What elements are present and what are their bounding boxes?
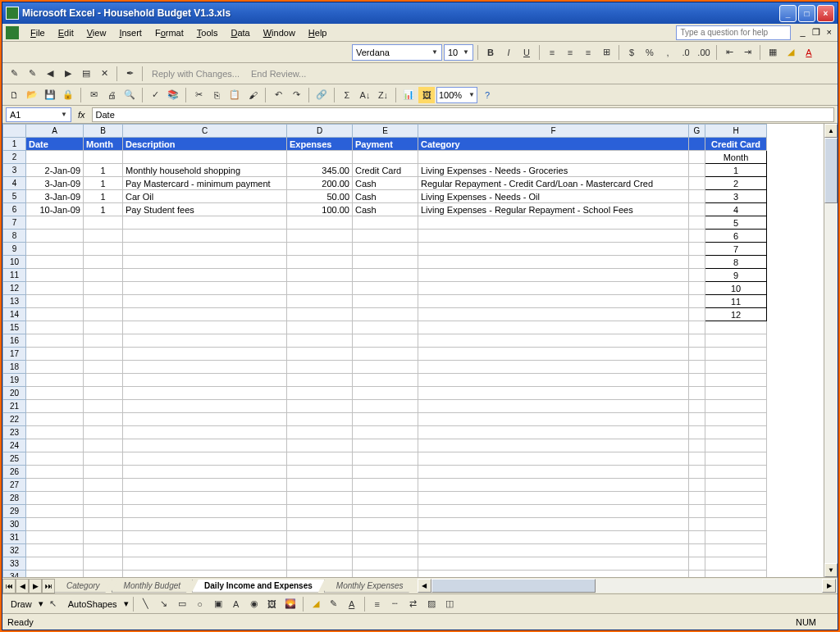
- row-header-23[interactable]: 23: [3, 426, 26, 439]
- wordart-button[interactable]: A: [228, 596, 244, 612]
- cell-E10[interactable]: [353, 256, 418, 269]
- row-header-13[interactable]: 13: [3, 295, 26, 308]
- line-color-button[interactable]: ✎: [326, 596, 342, 612]
- row-header-28[interactable]: 28: [3, 492, 26, 505]
- menu-tools[interactable]: Tools: [190, 26, 225, 39]
- cell-H20[interactable]: [705, 387, 767, 400]
- cell-E25[interactable]: [353, 452, 418, 466]
- show-comment-button[interactable]: ✎: [24, 66, 40, 82]
- maximize-button[interactable]: □: [798, 5, 815, 22]
- cell-C26[interactable]: [123, 466, 287, 479]
- chart-wizard-button[interactable]: 📊: [400, 87, 417, 103]
- formula-input[interactable]: Date: [92, 107, 834, 122]
- cell-B4[interactable]: 1: [84, 177, 123, 190]
- cell-D8[interactable]: [287, 230, 353, 243]
- sheet-tab-category[interactable]: Category: [54, 580, 112, 593]
- cell-E21[interactable]: [353, 400, 418, 413]
- cell-B9[interactable]: [84, 243, 123, 256]
- cell-C24[interactable]: [123, 439, 287, 452]
- cell-H30[interactable]: [705, 518, 767, 531]
- col-header-A[interactable]: A: [26, 125, 84, 138]
- decrease-decimal-button[interactable]: .00: [696, 44, 712, 61]
- menu-format[interactable]: Format: [148, 26, 190, 39]
- cell-F17[interactable]: [418, 348, 689, 361]
- cell-G32[interactable]: [689, 544, 705, 557]
- cell-D19[interactable]: [287, 374, 353, 387]
- cell-G17[interactable]: [689, 348, 705, 361]
- cell-A2[interactable]: [26, 151, 84, 164]
- row-header-8[interactable]: 8: [3, 230, 26, 243]
- italic-button[interactable]: I: [500, 44, 517, 61]
- cell-H1[interactable]: Credit Card: [705, 138, 767, 151]
- cell-A26[interactable]: [26, 466, 84, 479]
- cell-A13[interactable]: [26, 295, 84, 308]
- open-button[interactable]: 📂: [24, 87, 40, 103]
- cell-F20[interactable]: [418, 387, 689, 400]
- cell-B14[interactable]: [84, 308, 123, 321]
- cell-F34[interactable]: [418, 571, 689, 578]
- row-header-25[interactable]: 25: [3, 452, 26, 466]
- row-header-17[interactable]: 17: [3, 348, 26, 361]
- cell-C17[interactable]: [123, 348, 287, 361]
- tab-first-button[interactable]: ⏮: [2, 579, 16, 593]
- cell-E2[interactable]: [353, 151, 418, 164]
- cell-A18[interactable]: [26, 361, 84, 374]
- cell-B19[interactable]: [84, 374, 123, 387]
- cell-C3[interactable]: Monthly household shopping: [123, 164, 287, 177]
- cell-A32[interactable]: [26, 544, 84, 557]
- dash-style-button[interactable]: ┄: [387, 596, 404, 612]
- cell-E12[interactable]: [353, 282, 418, 295]
- cell-E19[interactable]: [353, 374, 418, 387]
- cell-E18[interactable]: [353, 361, 418, 374]
- col-header-F[interactable]: F: [418, 125, 689, 138]
- cell-B32[interactable]: [84, 544, 123, 557]
- row-header-10[interactable]: 10: [3, 256, 26, 269]
- cell-D34[interactable]: [287, 571, 353, 578]
- menu-edit[interactable]: Edit: [52, 26, 80, 39]
- cell-B34[interactable]: [84, 571, 123, 578]
- cell-H24[interactable]: [705, 439, 767, 452]
- merge-center-button[interactable]: ⊞: [598, 44, 614, 61]
- cell-F6[interactable]: Living Expenses - Regular Repayment - Sc…: [418, 203, 689, 216]
- cell-E3[interactable]: Credit Card: [353, 164, 418, 177]
- col-header-B[interactable]: B: [84, 125, 123, 138]
- cell-B13[interactable]: [84, 295, 123, 308]
- cell-E33[interactable]: [353, 557, 418, 571]
- tab-prev-button[interactable]: ◀: [16, 579, 29, 593]
- row-header-7[interactable]: 7: [3, 216, 26, 230]
- cell-H22[interactable]: [705, 413, 767, 426]
- drawing-button[interactable]: 🖼: [418, 87, 435, 103]
- cell-A34[interactable]: [26, 571, 84, 578]
- cell-D25[interactable]: [287, 452, 353, 466]
- cell-C9[interactable]: [123, 243, 287, 256]
- redo-button[interactable]: ↷: [288, 87, 304, 103]
- cell-D32[interactable]: [287, 544, 353, 557]
- cell-C14[interactable]: [123, 308, 287, 321]
- cell-F11[interactable]: [418, 269, 689, 282]
- cell-A9[interactable]: [26, 243, 84, 256]
- cell-A10[interactable]: [26, 256, 84, 269]
- cell-D23[interactable]: [287, 426, 353, 439]
- scroll-left-button[interactable]: ◀: [418, 579, 431, 593]
- cell-H15[interactable]: [705, 321, 767, 334]
- cell-E32[interactable]: [353, 544, 418, 557]
- name-box[interactable]: A1▼: [6, 107, 71, 122]
- row-header-3[interactable]: 3: [3, 164, 26, 177]
- font-select[interactable]: Verdana▼: [352, 44, 442, 61]
- cell-F2[interactable]: [418, 151, 689, 164]
- cell-A17[interactable]: [26, 348, 84, 361]
- cell-B5[interactable]: 1: [84, 190, 123, 203]
- cell-D18[interactable]: [287, 361, 353, 374]
- cell-H28[interactable]: [705, 492, 767, 505]
- cell-D4[interactable]: 200.00: [287, 177, 353, 190]
- cell-G24[interactable]: [689, 439, 705, 452]
- cell-H27[interactable]: [705, 479, 767, 492]
- cell-F21[interactable]: [418, 400, 689, 413]
- prev-comment-button[interactable]: ◀: [42, 66, 58, 82]
- percent-button[interactable]: %: [641, 44, 658, 61]
- cell-A22[interactable]: [26, 413, 84, 426]
- permission-button[interactable]: 🔒: [60, 87, 76, 103]
- cell-E4[interactable]: Cash: [353, 177, 418, 190]
- row-header-20[interactable]: 20: [3, 387, 26, 400]
- help-button[interactable]: ?: [479, 87, 495, 103]
